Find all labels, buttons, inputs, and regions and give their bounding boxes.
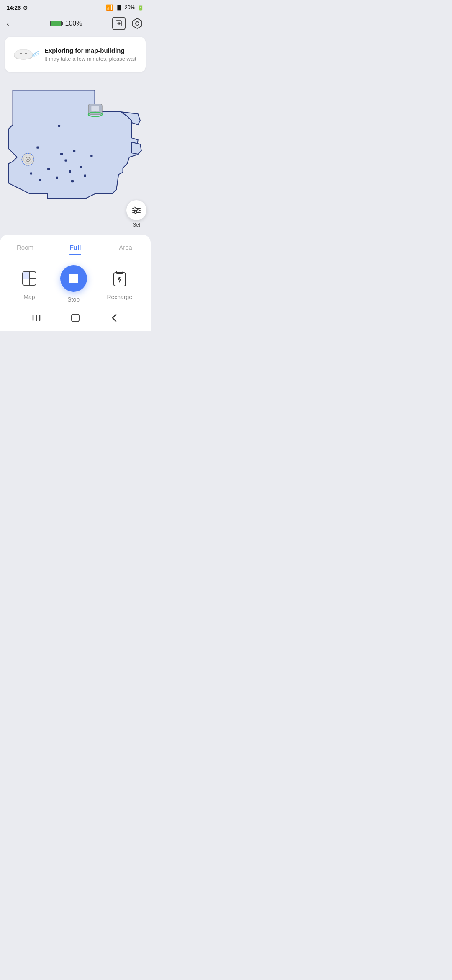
back-button[interactable]: ‹ xyxy=(7,19,20,28)
wifi-icon: 📶 xyxy=(106,4,113,11)
info-card: Exploring for map-building It may take a… xyxy=(5,37,146,72)
location-icon: ⊙ xyxy=(23,5,28,11)
svg-rect-13 xyxy=(71,180,74,182)
svg-point-3 xyxy=(14,49,33,59)
tab-full[interactable]: Full xyxy=(50,241,100,255)
svg-point-5 xyxy=(25,53,27,54)
set-button-circle xyxy=(126,200,146,220)
svg-rect-43 xyxy=(72,314,79,322)
status-bar: 14:26 ⊙ 📶 ▐▌ 20% 🔋 xyxy=(0,0,151,13)
settings-button[interactable] xyxy=(131,17,144,30)
device-battery-icon xyxy=(50,21,62,26)
svg-point-32 xyxy=(137,209,139,211)
set-label: Set xyxy=(133,222,140,228)
svg-rect-9 xyxy=(47,168,50,170)
actions-row: Map Stop Recharge xyxy=(0,258,151,306)
recharge-label: Recharge xyxy=(107,294,132,300)
svg-point-33 xyxy=(135,211,137,214)
svg-rect-18 xyxy=(90,155,92,157)
robot-icon xyxy=(12,44,39,65)
map-icon-box xyxy=(18,268,40,289)
stop-action[interactable]: Stop xyxy=(60,265,87,303)
signal-icon: ▐▌ xyxy=(116,5,122,10)
battery-percent: 20% xyxy=(125,5,135,10)
home-button[interactable] xyxy=(69,311,82,325)
status-time-area: 14:26 ⊙ xyxy=(7,5,28,11)
floor-map xyxy=(4,84,142,222)
home-icon xyxy=(70,313,80,323)
stop-square-icon xyxy=(69,274,78,283)
share-button[interactable] xyxy=(112,17,126,30)
info-subtitle: It may take a few minutes, please wait xyxy=(44,56,136,62)
battery-icon: 🔋 xyxy=(137,5,144,11)
svg-point-1 xyxy=(136,22,139,25)
status-icons-area: 📶 ▐▌ 20% 🔋 xyxy=(106,4,144,11)
back-nav-icon xyxy=(110,313,118,323)
map-area: Set xyxy=(0,75,151,235)
map-icon xyxy=(19,268,39,289)
top-nav: ‹ 100% xyxy=(0,13,151,34)
recent-apps-icon xyxy=(31,314,41,322)
svg-rect-17 xyxy=(64,159,67,161)
tab-area[interactable]: Area xyxy=(100,241,151,255)
tabs-row: Room Full Area xyxy=(0,235,151,258)
stop-button[interactable] xyxy=(60,265,87,292)
filter-icon xyxy=(131,205,141,215)
svg-point-4 xyxy=(20,53,22,54)
map-action[interactable]: Map xyxy=(18,268,40,300)
svg-rect-16 xyxy=(30,172,32,174)
svg-rect-21 xyxy=(91,106,99,111)
bottom-panel: Room Full Area Map xyxy=(0,235,151,331)
svg-rect-8 xyxy=(73,150,75,152)
nav-icons-group xyxy=(112,17,144,30)
tab-room[interactable]: Room xyxy=(0,241,50,255)
svg-rect-14 xyxy=(84,175,86,177)
gear-icon xyxy=(131,17,144,30)
recharge-icon xyxy=(110,268,130,289)
recharge-action[interactable]: Recharge xyxy=(107,268,132,300)
svg-point-26 xyxy=(27,158,29,160)
svg-rect-12 xyxy=(56,177,58,179)
recent-apps-button[interactable] xyxy=(30,311,43,325)
map-label: Map xyxy=(23,294,35,300)
svg-rect-11 xyxy=(80,166,82,168)
svg-rect-19 xyxy=(58,125,60,127)
svg-rect-10 xyxy=(69,170,71,173)
svg-rect-6 xyxy=(36,147,39,149)
set-button[interactable]: Set xyxy=(126,200,146,228)
battery-level-label: 100% xyxy=(65,20,82,27)
share-icon xyxy=(116,20,122,27)
recharge-icon-box xyxy=(109,268,131,289)
svg-rect-7 xyxy=(60,153,63,155)
back-nav-button[interactable] xyxy=(108,311,121,325)
nav-center: 100% xyxy=(50,20,82,27)
svg-rect-15 xyxy=(39,179,41,181)
svg-rect-37 xyxy=(23,272,29,279)
info-text-block: Exploring for map-building It may take a… xyxy=(44,47,136,62)
svg-point-31 xyxy=(134,207,136,209)
system-nav xyxy=(0,306,151,328)
time-display: 14:26 xyxy=(7,5,21,11)
stop-label: Stop xyxy=(67,296,80,303)
info-title: Exploring for map-building xyxy=(44,47,136,54)
